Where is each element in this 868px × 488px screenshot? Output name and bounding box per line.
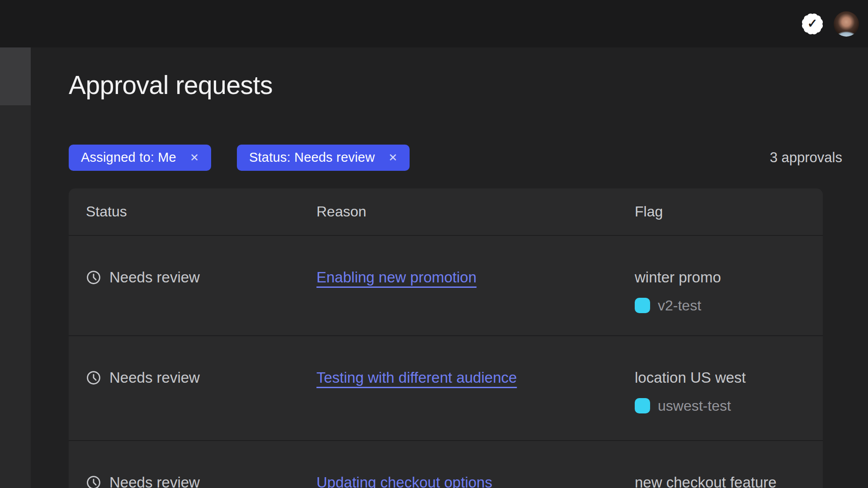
remove-filter-icon[interactable]: ✕ bbox=[388, 152, 397, 163]
flag-name: new checkout feature bbox=[635, 473, 806, 488]
filter-chip-status[interactable]: Status: Needs review ✕ bbox=[237, 145, 410, 171]
sidebar-active-item[interactable] bbox=[0, 47, 31, 105]
clock-icon bbox=[86, 270, 101, 285]
approvals-table: Status Reason Flag Needs review Enabling… bbox=[69, 188, 823, 488]
flag-cell: winter promo v2-test bbox=[635, 267, 806, 335]
tag-color-swatch bbox=[635, 298, 650, 313]
reason-cell: Testing with different audience bbox=[316, 368, 635, 440]
verified-badge-icon[interactable]: ✓ bbox=[801, 12, 824, 36]
flag-name: winter promo bbox=[635, 267, 806, 287]
col-header-flag: Flag bbox=[635, 203, 806, 220]
reason-link[interactable]: Enabling new promotion bbox=[316, 269, 476, 286]
filter-chip-assigned-to[interactable]: Assigned to: Me ✕ bbox=[69, 145, 211, 171]
clock-icon bbox=[86, 475, 101, 488]
avatar[interactable] bbox=[834, 11, 859, 37]
col-header-status: Status bbox=[86, 203, 316, 220]
remove-filter-icon[interactable]: ✕ bbox=[190, 152, 199, 163]
reason-cell: Enabling new promotion bbox=[316, 267, 635, 335]
status-label: Needs review bbox=[109, 269, 200, 286]
table-header: Status Reason Flag bbox=[69, 188, 823, 236]
tag-color-swatch bbox=[635, 398, 650, 413]
topbar: ✓ bbox=[0, 0, 868, 47]
main-content: Approval requests Assigned to: Me ✕ Stat… bbox=[31, 71, 868, 488]
approvals-count: 3 approvals bbox=[770, 150, 842, 166]
reason-link[interactable]: Testing with different audience bbox=[316, 369, 517, 386]
tag-label: uswest-test bbox=[658, 398, 731, 414]
col-header-reason: Reason bbox=[316, 203, 635, 220]
filter-bar: Assigned to: Me ✕ Status: Needs review ✕… bbox=[69, 145, 842, 171]
table-row: Needs review Enabling new promotion wint… bbox=[69, 236, 823, 335]
status-cell: Needs review bbox=[86, 473, 316, 488]
page-title: Approval requests bbox=[69, 71, 868, 99]
flag-tag[interactable]: uswest-test bbox=[635, 398, 806, 414]
flag-tag[interactable]: v2-test bbox=[635, 297, 806, 314]
status-cell: Needs review bbox=[86, 368, 316, 388]
check-icon: ✓ bbox=[801, 12, 824, 35]
reason-cell: Updating checkout options bbox=[316, 473, 635, 488]
status-label: Needs review bbox=[109, 474, 200, 488]
status-label: Needs review bbox=[109, 369, 200, 386]
tag-label: v2-test bbox=[658, 297, 701, 314]
flag-cell: new checkout feature bbox=[635, 473, 806, 488]
flag-name: location US west bbox=[635, 368, 806, 388]
status-cell: Needs review bbox=[86, 267, 316, 287]
filter-chip-label: Status: Needs review bbox=[249, 150, 375, 165]
left-sidebar bbox=[0, 47, 31, 488]
table-row: Needs review Testing with different audi… bbox=[69, 335, 823, 440]
reason-link[interactable]: Updating checkout options bbox=[316, 474, 492, 488]
flag-cell: location US west uswest-test bbox=[635, 368, 806, 440]
table-row: Needs review Updating checkout options n… bbox=[69, 440, 823, 488]
clock-icon bbox=[86, 370, 101, 385]
filter-chips: Assigned to: Me ✕ Status: Needs review ✕ bbox=[69, 145, 410, 171]
filter-chip-label: Assigned to: Me bbox=[81, 150, 176, 165]
